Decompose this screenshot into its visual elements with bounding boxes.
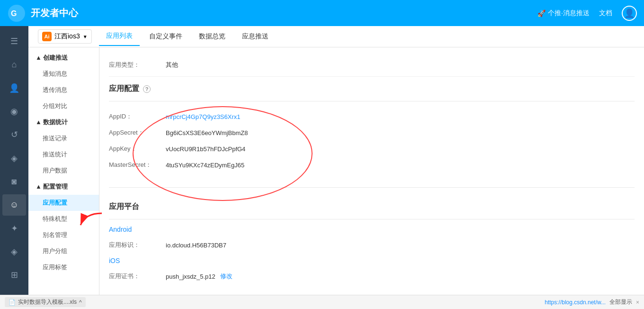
sidebar-users[interactable]: 👤 <box>2 78 26 99</box>
menu-item-app-config[interactable]: 应用配置 <box>28 195 99 211</box>
android-app-id-row: 应用标识： io.dcloud.H56B73DB7 <box>109 237 635 253</box>
menu-group-config[interactable]: ▲ 配置管理 <box>28 179 99 195</box>
bottom-file: 📄 实时数据导入模板....xls ^ <box>5 297 86 307</box>
appkey-label: AppKey： <box>109 145 166 153</box>
ios-platform-name: iOS <box>109 253 635 268</box>
tab-app-list[interactable]: 应用列表 <box>99 27 140 46</box>
logo-icon: G <box>7 4 26 23</box>
app-type-label: 应用类型： <box>109 61 166 69</box>
appid-value: mrpcrCj4Gp7Q9yz3S6Xrx1 <box>166 113 241 120</box>
appkey-value: vUocRU9R1b57hFDJcPpfG4 <box>166 145 245 153</box>
sidebar-grid[interactable]: ⊞ <box>2 264 26 285</box>
ios-cert-label: 应用证书： <box>109 272 166 281</box>
menu-item-passthrough[interactable]: 透传消息 <box>28 82 99 98</box>
mastersecret-row: MasterSecret： 4tuSYu9KXc74zEDymEgJ65 <box>109 157 635 173</box>
app-selector[interactable]: Ai 江西ios3 ▼ <box>38 29 92 44</box>
sidebar-star[interactable]: ✦ <box>2 218 26 239</box>
refresh-icon: ↺ <box>11 129 18 140</box>
menu-item-push-stats[interactable]: 推送统计 <box>28 146 99 163</box>
header-right: 🚀 个推·消息推送 文档 👤 <box>537 6 637 21</box>
sidebar-home[interactable]: ⌂ <box>2 54 26 75</box>
logo-area: G 开发者中心 <box>7 4 102 23</box>
fingerprint-icon: ◈ <box>11 153 18 164</box>
users-icon: 👤 <box>9 83 19 93</box>
menu-item-special-device[interactable]: 特殊机型 <box>28 211 99 227</box>
tab-custom-event[interactable]: 自定义事件 <box>142 27 189 45</box>
android-app-id-label: 应用标识： <box>109 241 166 249</box>
appid-row: AppID： mrpcrCj4Gp7Q9yz3S6Xrx1 <box>109 109 635 125</box>
platform-section-title: 应用平台 <box>109 197 635 219</box>
ios-cert-row: 应用证书： push_jxsdz_5.p12 修改 <box>109 268 635 284</box>
tab-data-overview[interactable]: 数据总览 <box>192 27 233 45</box>
sidebar-person[interactable]: ☺ <box>2 194 26 215</box>
app-type-value: 其他 <box>166 61 178 69</box>
file-label: 实时数据导入模板....xls <box>18 298 77 306</box>
star-icon: ✦ <box>11 223 18 234</box>
section-divider <box>109 187 635 188</box>
app-type-row: 应用类型： 其他 <box>109 57 635 77</box>
app-small-icon: Ai <box>42 32 52 41</box>
push-icon: 🚀 <box>537 9 546 17</box>
credentials-box: AppID： mrpcrCj4Gp7Q9yz3S6Xrx1 AppSecret：… <box>109 104 635 178</box>
menu-group-data-stats[interactable]: ▲ 数据统计 <box>28 114 99 130</box>
bottom-url[interactable]: https://blog.csdn.net/w... <box>545 299 606 306</box>
sidebar-refresh[interactable]: ↺ <box>2 124 26 145</box>
sidebar-fingerprint[interactable]: ◈ <box>2 148 26 169</box>
main-content: 应用类型： 其他 应用配置 ? AppID： mrpcrCj4Gp7Q9yz3S… <box>99 47 644 295</box>
sidebar-camera[interactable]: ◙ <box>2 171 26 192</box>
platform-section: 应用平台 Android 应用标识： io.dcloud.H56B73DB7 i… <box>109 197 635 284</box>
menu-group-create-push[interactable]: ▲ 创建推送 <box>28 50 99 66</box>
menu-item-notification[interactable]: 通知消息 <box>28 66 99 82</box>
diamond-icon: ◈ <box>11 246 18 257</box>
chevron-down-icon: ▼ <box>83 34 88 39</box>
top-header: G 开发者中心 🚀 个推·消息推送 文档 👤 <box>0 0 644 26</box>
user-avatar[interactable]: 👤 <box>622 6 637 21</box>
android-platform-name: Android <box>109 222 635 237</box>
android-app-id-value: io.dcloud.H56B73DB7 <box>166 242 226 249</box>
expand-icon[interactable]: ^ <box>79 299 82 306</box>
grid-icon: ⊞ <box>11 270 18 280</box>
push-service-btn[interactable]: 🚀 个推·消息推送 <box>537 9 590 18</box>
ios-cert-edit-btn[interactable]: 修改 <box>220 272 233 281</box>
menu-item-group-compare[interactable]: 分组对比 <box>28 98 99 114</box>
appkey-row: AppKey： vUocRU9R1b57hFDJcPpfG4 <box>109 141 635 157</box>
file-icon: 📄 <box>9 299 16 306</box>
eye-icon: ◉ <box>10 106 18 117</box>
ios-cert-value: push_jxsdz_5.p12 <box>166 273 215 280</box>
sidebar-eye[interactable]: ◉ <box>2 101 26 122</box>
appsecret-value: Bg6iCsXS3E6eoYWmjBbmZ8 <box>166 129 248 136</box>
app-name: 江西ios3 <box>54 32 80 41</box>
app-title: 开发者中心 <box>31 7 78 19</box>
mastersecret-label: MasterSecret： <box>109 161 166 169</box>
appsecret-label: AppSecret： <box>109 128 166 137</box>
menu-item-push-records[interactable]: 推送记录 <box>28 130 99 146</box>
hamburger-icon: ☰ <box>10 36 18 46</box>
appid-label: AppID： <box>109 112 166 121</box>
sub-nav: Ai 江西ios3 ▼ 应用列表 自定义事件 数据总览 应息推送 <box>28 26 644 47</box>
app-config-section: 应用配置 ? AppID： mrpcrCj4Gp7Q9yz3S6Xrx1 App… <box>109 79 635 178</box>
help-icon[interactable]: ? <box>143 85 151 93</box>
menu-item-alias-manage[interactable]: 别名管理 <box>28 227 99 243</box>
mastersecret-value: 4tuSYu9KXc74zEDymEgJ65 <box>166 162 244 169</box>
config-section-title: 应用配置 ? <box>109 79 635 101</box>
menu-item-user-group[interactable]: 用户分组 <box>28 243 99 259</box>
tab-push[interactable]: 应息推送 <box>235 27 276 45</box>
home-icon: ⌂ <box>12 60 17 70</box>
bottom-bar: 📄 实时数据导入模板....xls ^ https://blog.csdn.ne… <box>0 295 644 309</box>
appsecret-row: AppSecret： Bg6iCsXS3E6eoYWmjBbmZ8 <box>109 125 635 141</box>
bottom-show-all[interactable]: 全部显示 <box>609 298 632 306</box>
person-icon: ☺ <box>10 200 18 210</box>
sidebar-diamond[interactable]: ◈ <box>2 241 26 262</box>
icon-sidebar: ☰ ⌂ 👤 ◉ ↺ ◈ ◙ ☺ ✦ ◈ ⊞ ✉ <box>0 26 28 309</box>
doc-btn[interactable]: 文档 <box>599 9 612 18</box>
bottom-close[interactable]: × <box>636 299 639 306</box>
menu-item-user-data[interactable]: 用户数据 <box>28 163 99 179</box>
hamburger-menu[interactable]: ☰ <box>2 31 26 52</box>
svg-text:G: G <box>11 9 17 18</box>
camera-icon: ◙ <box>12 177 17 187</box>
left-menu: ▲ 创建推送 通知消息 透传消息 分组对比 ▲ 数据统计 推送记录 推送统计 用… <box>28 47 99 295</box>
menu-item-app-tags[interactable]: 应用标签 <box>28 259 99 275</box>
